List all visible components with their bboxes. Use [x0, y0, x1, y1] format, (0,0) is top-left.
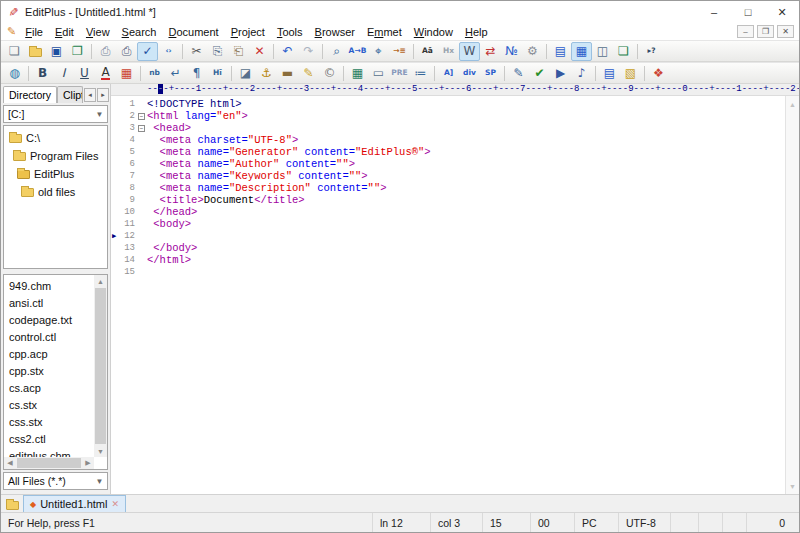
- print-button[interactable]: ⎙: [116, 42, 137, 61]
- paragraph-button[interactable]: ¶: [186, 64, 207, 83]
- mdi-close-button[interactable]: ✕: [777, 25, 794, 38]
- file-item-cs-stx[interactable]: cs.stx: [9, 396, 94, 413]
- hex-viewer-button[interactable]: Hx: [438, 42, 459, 61]
- menu-emmet[interactable]: Emmet: [361, 25, 408, 39]
- word-wrap-button[interactable]: W: [459, 42, 480, 61]
- file-item-cpp-stx[interactable]: cpp.stx: [9, 362, 94, 379]
- browser-preview-button[interactable]: ◍: [4, 64, 25, 83]
- fold-collapse-icon[interactable]: −: [135, 122, 147, 134]
- special-char-button[interactable]: ©: [319, 64, 340, 83]
- italic-button[interactable]: I: [53, 64, 74, 83]
- save-all-button[interactable]: ❐: [67, 42, 88, 61]
- menu-edit[interactable]: Edit: [49, 25, 80, 39]
- image-button[interactable]: ◪: [235, 64, 256, 83]
- paste-button[interactable]: ⎗: [228, 42, 249, 61]
- menu-file[interactable]: File: [19, 25, 49, 39]
- tree-item-program-files[interactable]: Program Files: [4, 147, 107, 165]
- div-tag-button[interactable]: div: [459, 64, 480, 83]
- tree-item-c[interactable]: C:\: [4, 129, 107, 147]
- html-source-button[interactable]: ‹›: [158, 42, 179, 61]
- scroll-down-icon[interactable]: ▼: [95, 445, 107, 457]
- scroll-right-icon[interactable]: ▶: [82, 457, 94, 469]
- font-color-button[interactable]: A: [95, 64, 116, 83]
- tab-directory[interactable]: Directory: [3, 86, 57, 103]
- vscroll-thumb[interactable]: [95, 288, 106, 444]
- file-filter-select[interactable]: All Files (*.*) ▼: [3, 472, 108, 490]
- tab-scroll-right-icon[interactable]: ▸: [97, 88, 109, 102]
- file-item-editplus-chm[interactable]: editplus.chm: [9, 447, 94, 457]
- menu-project[interactable]: Project: [225, 25, 271, 39]
- undo-button[interactable]: ↶: [277, 42, 298, 61]
- edit-source-button[interactable]: ✎: [508, 64, 529, 83]
- find-button[interactable]: ⌕: [326, 42, 347, 61]
- menu-browser[interactable]: Browser: [309, 25, 361, 39]
- document-selector-button[interactable]: ▦: [571, 42, 592, 61]
- menu-view[interactable]: View: [80, 25, 116, 39]
- sidebar-folder-button[interactable]: [1, 496, 23, 512]
- file-list-hscrollbar[interactable]: ◀ ▶: [4, 457, 94, 469]
- file-item-cpp-acp[interactable]: cpp.acp: [9, 345, 94, 362]
- open-file-button[interactable]: [25, 42, 46, 61]
- menu-window[interactable]: Window: [408, 25, 459, 39]
- heading-button[interactable]: Hī: [207, 64, 228, 83]
- table-button[interactable]: ▦: [347, 64, 368, 83]
- browser-window-button[interactable]: ❏: [613, 42, 634, 61]
- color-picker-button[interactable]: ▦: [116, 64, 137, 83]
- line-numbers-button[interactable]: №: [501, 42, 522, 61]
- editor-vscrollbar[interactable]: ▲ ▼: [785, 96, 799, 494]
- replace-button[interactable]: A→B: [347, 42, 368, 61]
- scroll-up-icon[interactable]: ▲: [787, 98, 799, 110]
- insert-table-button[interactable]: ▤: [599, 64, 620, 83]
- underline-button[interactable]: U: [74, 64, 95, 83]
- document-tab[interactable]: ◆ Untitled1.html ✕: [23, 495, 126, 512]
- span-tag-button[interactable]: SP: [480, 64, 501, 83]
- tab-settings-button[interactable]: ⇄: [480, 42, 501, 61]
- file-item-control-ctl[interactable]: control.ctl: [9, 328, 94, 345]
- video-button[interactable]: ▶: [550, 64, 571, 83]
- menu-document[interactable]: Document: [162, 25, 224, 39]
- font-tag-button[interactable]: A]: [438, 64, 459, 83]
- menu-search[interactable]: Search: [116, 25, 163, 39]
- file-item-ansi-ctl[interactable]: ansi.ctl: [9, 294, 94, 311]
- audio-button[interactable]: ♪: [571, 64, 592, 83]
- file-item-codepage-txt[interactable]: codepage.txt: [9, 311, 94, 328]
- menu-help[interactable]: Help: [459, 25, 494, 39]
- copy-button[interactable]: ⎘: [207, 42, 228, 61]
- new-file-button[interactable]: ❏: [4, 42, 25, 61]
- redo-button[interactable]: ↷: [298, 42, 319, 61]
- close-button[interactable]: ✕: [765, 1, 799, 23]
- delete-button[interactable]: ✕: [249, 42, 270, 61]
- output-window-button[interactable]: ◫: [592, 42, 613, 61]
- mdi-minimize-button[interactable]: –: [737, 25, 754, 38]
- save-file-button[interactable]: ▣: [46, 42, 67, 61]
- tab-scroll-left-icon[interactable]: ◂: [84, 88, 96, 102]
- file-item-cs-acp[interactable]: cs.acp: [9, 379, 94, 396]
- hscroll-thumb[interactable]: [17, 458, 81, 468]
- file-list-vscrollbar[interactable]: ▲ ▼: [94, 275, 107, 457]
- code-editor[interactable]: 1<!DOCTYPE html>2−<html lang="en">3− <he…: [111, 96, 785, 494]
- list-button[interactable]: ≔: [410, 64, 431, 83]
- bold-button[interactable]: B: [32, 64, 53, 83]
- print-preview-button[interactable]: ⎙: [95, 42, 116, 61]
- find-in-files-button[interactable]: ⌖: [368, 42, 389, 61]
- resize-grip[interactable]: [794, 513, 799, 532]
- horizontal-rule-button[interactable]: ▬: [277, 64, 298, 83]
- minimize-button[interactable]: –: [697, 1, 731, 23]
- nbsp-button[interactable]: nb: [144, 64, 165, 83]
- file-item-css-stx[interactable]: css.stx: [9, 413, 94, 430]
- context-help-button[interactable]: ▸?: [641, 42, 662, 61]
- cut-button[interactable]: ✂: [186, 42, 207, 61]
- maximize-button[interactable]: □: [731, 1, 765, 23]
- menu-tools[interactable]: Tools: [271, 25, 309, 39]
- tab-cliptext[interactable]: Clipt: [57, 86, 83, 103]
- spell-check-button[interactable]: ✓: [137, 42, 158, 61]
- syntax-check-button[interactable]: ✔: [529, 64, 550, 83]
- preferences-button[interactable]: ⚙: [522, 42, 543, 61]
- tab-close-icon[interactable]: ✕: [111, 499, 119, 509]
- tree-item-editplus[interactable]: EditPlus: [4, 165, 107, 183]
- pre-button[interactable]: PRE: [389, 64, 410, 83]
- tree-item-old-files[interactable]: old files: [4, 183, 107, 201]
- mdi-restore-button[interactable]: ❐: [757, 25, 774, 38]
- scroll-down-icon[interactable]: ▼: [787, 480, 799, 492]
- windows-colors-button[interactable]: ❖: [648, 64, 669, 83]
